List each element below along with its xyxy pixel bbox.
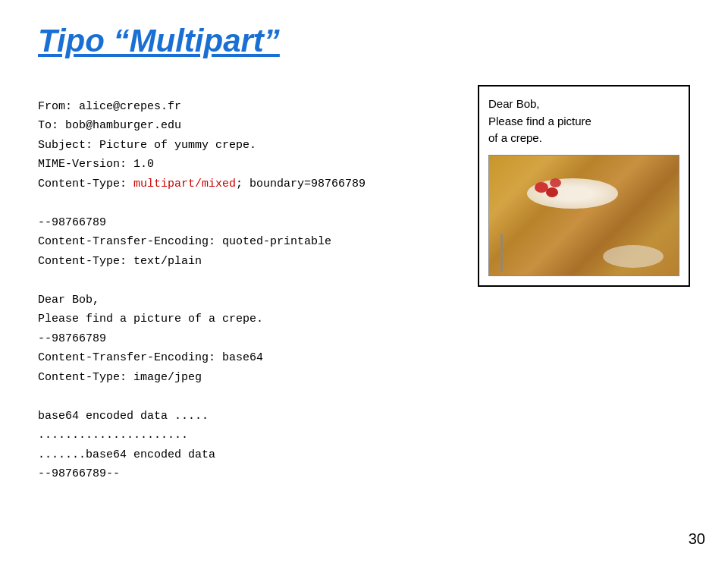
- boundary-start: --98766789: [38, 216, 106, 229]
- crepe-berry-2: [550, 178, 561, 187]
- base64-line1: base64 encoded data .....: [38, 410, 209, 423]
- slide-container: Tipo “Multipart” From: alice@crepes.fr T…: [0, 0, 728, 563]
- boundary-end: --98766789--: [38, 467, 120, 480]
- base64-line2: ......................: [38, 429, 188, 442]
- rendered-email-text: Dear Bob, Please find a picture of a cre…: [488, 96, 679, 147]
- crepe-background: [489, 156, 679, 275]
- content-type-image: Content-Type: image/jpeg: [38, 371, 202, 384]
- content-type-line: Content-Type: multipart/mixed; boundary=…: [38, 178, 366, 190]
- base64-line3: .......base64 encoded data: [38, 448, 215, 461]
- rendered-greeting: Dear Bob,: [488, 97, 540, 110]
- left-column: From: alice@crepes.fr To: bob@hamburger.…: [38, 77, 455, 503]
- from-line: From: alice@crepes.fr: [38, 100, 181, 113]
- crepe-image: [488, 155, 679, 276]
- boundary-middle: --98766789: [38, 332, 106, 345]
- email-raw-content: From: alice@crepes.fr To: bob@hamburger.…: [38, 77, 455, 503]
- crepe-plate: [603, 245, 664, 268]
- to-line: To: bob@hamburger.edu: [38, 119, 181, 132]
- transfer-encoding-1: Content-Transfer-Encoding: quoted-printa…: [38, 235, 331, 248]
- body-greeting: Dear Bob,: [38, 294, 99, 307]
- content-area: From: alice@crepes.fr To: bob@hamburger.…: [38, 77, 690, 503]
- subject-line: Subject: Picture of yummy crepe.: [38, 139, 256, 152]
- body-message: Please find a picture of a crepe.: [38, 313, 263, 326]
- fork-icon: [500, 234, 503, 272]
- right-column-box: Dear Bob, Please find a picture of a cre…: [478, 85, 690, 287]
- crepe-berry-3: [546, 187, 558, 197]
- page-number: 30: [689, 530, 705, 548]
- content-type-text: Content-Type: text/plain: [38, 255, 202, 268]
- rendered-message: Please find a picture: [488, 115, 592, 127]
- content-type-value: multipart/mixed: [133, 178, 236, 190]
- rendered-message-cont: of a crepe.: [488, 131, 542, 144]
- slide-title: Tipo “Multipart”: [38, 23, 690, 59]
- transfer-encoding-2: Content-Transfer-Encoding: base64: [38, 351, 263, 364]
- mime-version-line: MIME-Version: 1.0: [38, 158, 154, 171]
